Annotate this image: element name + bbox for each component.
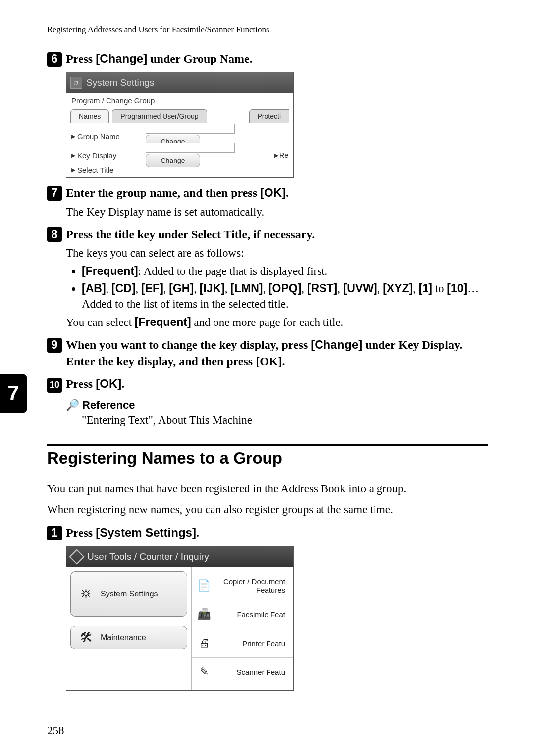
system-settings-button[interactable]: ⛭ System Settings (70, 571, 187, 617)
change-keyword-2: [Change] (311, 338, 362, 351)
step-6: 6 Press [Change] under Group Name. (47, 51, 488, 67)
title-key-token: [AB] (82, 282, 106, 295)
bullet-frequent-rest: : Added to the page that is displayed fi… (138, 265, 328, 277)
step-8-number-icon: 8 (47, 227, 62, 242)
change-button-key[interactable]: Change (146, 154, 200, 167)
change-keyword: [Change] (96, 52, 147, 65)
step-8-body2-pre: You can select (66, 316, 135, 328)
step-10-pre: Press (66, 378, 96, 390)
step-7-number-icon: 7 (47, 186, 62, 201)
ok-keyword-2: [OK] (96, 377, 121, 390)
copier-features-label: Copier / Document Features (218, 577, 288, 594)
step-8-text: Press the title key under Select Title, … (66, 226, 315, 242)
screenshot-tabs: Names Programmed User/Group Protecti (66, 108, 293, 123)
printer-icon: 🖨 (197, 636, 212, 650)
step-1-text: Press [System Settings]. (66, 525, 199, 540)
gear-icon: ⛭ (78, 586, 95, 602)
facsimile-features-label: Facsimile Feat (218, 610, 288, 619)
screenshot2-title: User Tools / Counter / Inquiry (87, 551, 209, 562)
system-settings-screenshot: ⛭ System Settings Program / Change Group… (66, 72, 294, 178)
label-group-name: Group Name (77, 132, 120, 141)
title-key-token: [EF] (141, 282, 163, 295)
chapter-tab: 7 (0, 374, 27, 413)
title-key-token: [LMN] (230, 282, 263, 295)
re-label: Re (279, 151, 288, 159)
title-key-token: [RST] (307, 282, 337, 295)
triangle-icon: ▶ (71, 167, 75, 173)
reference-text: "Entering Text", About This Machine (82, 414, 488, 427)
key-display-field[interactable] (146, 143, 235, 153)
step-6-number-icon: 6 (47, 52, 62, 67)
tab-protection[interactable]: Protecti (249, 109, 289, 123)
step-9-number-icon: 9 (47, 338, 62, 353)
label-key-display: Key Display (77, 151, 116, 160)
title-key-token: [1] (419, 282, 432, 295)
step-8-body: The keys you can select are as follows: (66, 245, 488, 261)
printer-features-label: Printer Featu (218, 639, 288, 648)
title-key-token: [CD] (111, 282, 136, 295)
page-number: 258 (47, 724, 64, 737)
title-key-token: [IJK] (200, 282, 225, 295)
step-1: 1 Press [System Settings]. (47, 525, 488, 540)
title-key-token: [10] (447, 282, 467, 295)
step-9-text: When you want to change the key display,… (66, 337, 488, 369)
step-6-text: Press [Change] under Group Name. (66, 51, 253, 67)
step-9: 9 When you want to change the key displa… (47, 337, 488, 369)
title-key-token: [UVW] (343, 282, 377, 295)
bullet-frequent: [Frequent]: Added to the page that is di… (82, 264, 488, 279)
section-heading: Registering Names to a Group (47, 444, 488, 471)
step-8-body2-post: and one more page for each title. (191, 316, 344, 328)
group-name-field[interactable] (146, 124, 235, 134)
title-keys-list: [AB], [CD], [EF], [GH], [IJK], [LMN], [O… (82, 282, 479, 310)
step-1-pre: Press (66, 526, 96, 539)
gear-icon: ⛭ (70, 77, 82, 89)
step-1-post: . (196, 526, 199, 539)
maintenance-label: Maintenance (101, 633, 146, 642)
title-key-token: [OPQ] (268, 282, 301, 295)
scanner-features-label: Scanner Featu (218, 668, 288, 676)
step-10-text: Press [OK]. (66, 376, 124, 392)
wrench-icon: 🛠 (78, 629, 95, 646)
step-9-pre: When you want to change the key display,… (66, 338, 311, 351)
frequent-keyword: [Frequent] (82, 265, 138, 277)
diamond-icon (69, 549, 84, 564)
maintenance-button[interactable]: 🛠 Maintenance (70, 626, 187, 649)
screenshot2-right: 📄 Copier / Document Features 📠 Facsimile… (191, 567, 293, 690)
screenshot2-titlebar: User Tools / Counter / Inquiry (66, 546, 293, 567)
system-settings-label: System Settings (101, 590, 158, 598)
magnifier-icon: 🔎 (66, 399, 79, 412)
bullet-title-keys: [AB], [CD], [EF], [GH], [IJK], [LMN], [O… (82, 281, 488, 312)
screenshot2-body: ⛭ System Settings 🛠 Maintenance 📄 Copier… (66, 567, 293, 690)
step-1-number-icon: 1 (47, 526, 62, 540)
screenshot-form: ▶Group Name Change ▶Key Display Change ▶… (66, 123, 293, 177)
screenshot-subtitle: Program / Change Group (66, 93, 293, 108)
copier-features-button[interactable]: 📄 Copier / Document Features (192, 571, 293, 600)
step-7-post: . (286, 186, 289, 199)
step-8: 8 Press the title key under Select Title… (47, 226, 488, 242)
reference-label: Reference (82, 399, 135, 412)
step-10: 10 Press [OK]. (47, 376, 488, 393)
printer-features-button[interactable]: 🖨 Printer Featu (192, 629, 293, 657)
section-para-2: When registering new names, you can also… (47, 502, 488, 518)
step-10-number-icon: 10 (47, 378, 62, 393)
step-7: 7 Enter the group name, and then press [… (47, 185, 488, 201)
ok-keyword: [OK] (260, 186, 286, 199)
tab-names[interactable]: Names (70, 109, 109, 123)
tab-programmed-user-group[interactable]: Programmed User/Group (112, 109, 207, 123)
facsimile-features-button[interactable]: 📠 Facsimile Feat (192, 600, 293, 629)
step-10-post: . (121, 378, 124, 390)
step-7-pre: Enter the group name, and then press (66, 186, 260, 199)
frequent-keyword-2: [Frequent] (135, 316, 191, 328)
fax-icon: 📠 (197, 607, 212, 622)
copier-icon: 📄 (197, 578, 212, 593)
label-select-title: Select Title (77, 166, 113, 174)
screenshot2-left: ⛭ System Settings 🛠 Maintenance (66, 567, 191, 690)
step-8-bullets: [Frequent]: Added to the page that is di… (82, 264, 488, 312)
triangle-icon: ▶ (71, 133, 75, 140)
scanner-icon: ✎ (197, 664, 212, 679)
row-key-display: ▶Key Display Change ▶Re (71, 146, 288, 164)
reference-heading: 🔎 Reference (66, 399, 488, 412)
scanner-features-button[interactable]: ✎ Scanner Featu (192, 657, 293, 686)
triangle-icon: ▶ (71, 152, 75, 159)
screenshot-titlebar: ⛭ System Settings (66, 72, 293, 93)
